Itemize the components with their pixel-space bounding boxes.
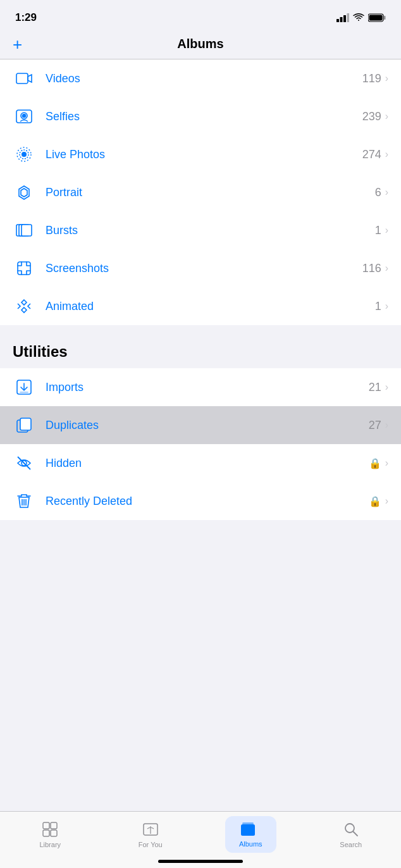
videos-count: 119 xyxy=(362,72,381,85)
portrait-chevron: › xyxy=(385,187,388,198)
list-item-imports[interactable]: Imports 21 › xyxy=(0,368,401,406)
selfies-icon xyxy=(13,105,35,128)
svg-rect-17 xyxy=(18,262,30,275)
svg-line-34 xyxy=(353,831,357,836)
svg-rect-0 xyxy=(336,19,339,22)
utilities-list: Imports 21 › Duplicates 27 › Hidden 🔒 › xyxy=(0,368,401,520)
hidden-icon xyxy=(13,452,35,474)
selfies-label: Selfies xyxy=(46,110,362,123)
svg-rect-20 xyxy=(20,418,31,430)
utilities-title: Utilities xyxy=(13,343,68,360)
portrait-label: Portrait xyxy=(46,186,375,199)
imports-icon xyxy=(13,376,35,399)
imports-count: 21 xyxy=(369,381,381,394)
list-item-recently-deleted[interactable]: Recently Deleted 🔒 › xyxy=(0,482,401,520)
hidden-lock-icon: 🔒 xyxy=(369,457,381,469)
tab-for-you[interactable]: For You xyxy=(101,821,201,848)
duplicates-count: 27 xyxy=(369,419,381,432)
svg-rect-16 xyxy=(22,225,32,236)
svg-rect-32 xyxy=(242,822,254,824)
albums-tab-icon xyxy=(239,820,257,838)
tab-search[interactable]: Search xyxy=(301,821,402,848)
search-tab-label: Search xyxy=(340,841,362,848)
svg-line-22 xyxy=(18,457,30,469)
portrait-icon xyxy=(13,181,35,204)
live-photos-icon xyxy=(13,143,35,166)
duplicates-icon xyxy=(13,414,35,437)
list-item-animated[interactable]: Animated 1 › xyxy=(0,287,401,325)
screenshots-chevron: › xyxy=(385,263,388,274)
animated-count: 1 xyxy=(375,300,381,313)
status-bar: 1:29 xyxy=(0,0,401,32)
page-title: Albums xyxy=(177,37,223,51)
recently-deleted-lock-icon: 🔒 xyxy=(369,495,381,507)
albums-tab-label: Albums xyxy=(239,840,262,848)
live-photos-chevron: › xyxy=(385,149,388,160)
svg-rect-3 xyxy=(347,13,350,22)
list-item-hidden[interactable]: Hidden 🔒 › xyxy=(0,444,401,482)
hidden-label: Hidden xyxy=(46,457,369,470)
for-you-tab-icon xyxy=(142,821,159,838)
list-item-selfies[interactable]: Selfies 239 › xyxy=(0,97,401,135)
media-types-list: Videos 119 › Selfies 239 › Live Photos 2… xyxy=(0,59,401,325)
svg-point-10 xyxy=(23,115,26,118)
list-item-duplicates[interactable]: Duplicates 27 › xyxy=(0,406,401,444)
recently-deleted-label: Recently Deleted xyxy=(46,495,369,508)
screenshots-label: Screenshots xyxy=(46,262,362,275)
svg-rect-7 xyxy=(16,73,28,84)
selfies-count: 239 xyxy=(362,110,381,123)
svg-rect-31 xyxy=(241,824,255,836)
nav-header: + Albums xyxy=(0,32,401,59)
utilities-section-header: Utilities xyxy=(0,325,401,368)
svg-rect-6 xyxy=(369,15,383,21)
selfies-chevron: › xyxy=(385,111,388,122)
list-item-screenshots[interactable]: Screenshots 116 › xyxy=(0,249,401,287)
screenshots-icon xyxy=(13,257,35,280)
svg-rect-1 xyxy=(340,17,343,22)
search-tab-icon xyxy=(342,821,360,838)
bursts-icon xyxy=(13,219,35,242)
list-item-portrait[interactable]: Portrait 6 › xyxy=(0,173,401,211)
albums-active-background: Albums xyxy=(225,816,276,853)
duplicates-label: Duplicates xyxy=(46,419,369,432)
list-item-bursts[interactable]: Bursts 1 › xyxy=(0,211,401,249)
list-item-videos[interactable]: Videos 119 › xyxy=(0,59,401,97)
list-item-live-photos[interactable]: Live Photos 274 › xyxy=(0,135,401,173)
svg-rect-28 xyxy=(43,830,49,836)
live-photos-label: Live Photos xyxy=(46,148,362,161)
svg-rect-26 xyxy=(43,822,49,829)
svg-rect-5 xyxy=(384,16,386,20)
tab-albums[interactable]: Albums xyxy=(200,816,301,853)
svg-rect-2 xyxy=(343,15,346,22)
signal-icon xyxy=(336,13,349,22)
wifi-icon xyxy=(353,13,364,22)
recently-deleted-icon xyxy=(13,490,35,512)
status-time: 1:29 xyxy=(15,11,37,24)
bursts-label: Bursts xyxy=(46,224,375,237)
add-album-button[interactable]: + xyxy=(13,36,22,53)
for-you-tab-label: For You xyxy=(139,841,163,848)
svg-rect-27 xyxy=(51,822,57,829)
video-icon xyxy=(13,67,35,90)
svg-point-11 xyxy=(22,152,27,157)
tab-library[interactable]: Library xyxy=(0,821,101,848)
bursts-chevron: › xyxy=(385,225,388,236)
animated-icon xyxy=(13,295,35,318)
imports-chevron: › xyxy=(385,381,388,393)
videos-chevron: › xyxy=(385,73,388,84)
screenshots-count: 116 xyxy=(362,262,381,275)
library-tab-label: Library xyxy=(39,841,61,848)
status-icons xyxy=(336,13,386,22)
portrait-count: 6 xyxy=(375,186,381,199)
bursts-count: 1 xyxy=(375,224,381,237)
library-tab-icon xyxy=(41,821,59,838)
hidden-chevron: › xyxy=(385,457,388,469)
animated-label: Animated xyxy=(46,300,375,313)
recently-deleted-chevron: › xyxy=(385,495,388,507)
videos-label: Videos xyxy=(46,72,362,85)
svg-rect-29 xyxy=(51,830,57,836)
imports-label: Imports xyxy=(46,381,369,394)
home-indicator xyxy=(158,860,243,863)
live-photos-count: 274 xyxy=(362,148,381,161)
battery-icon xyxy=(368,13,386,22)
